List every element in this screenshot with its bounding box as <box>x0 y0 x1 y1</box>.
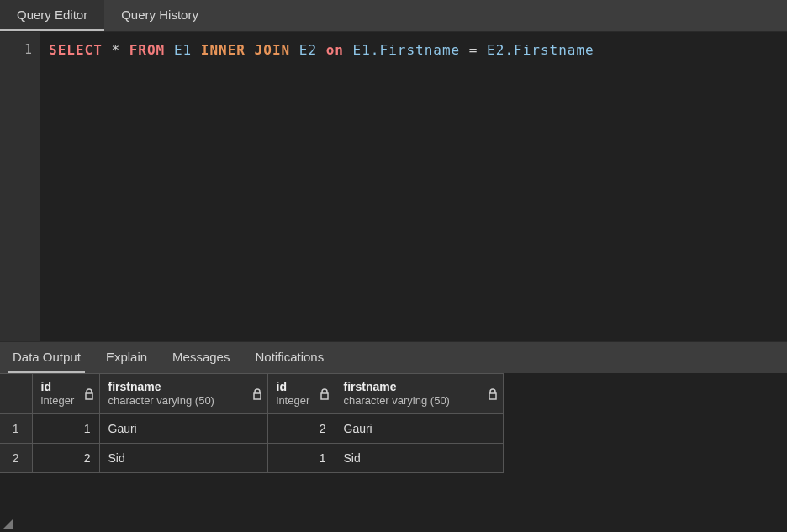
sql-editor[interactable]: 1 SELECT * FROM E1 INNER JOIN E2 on E1.F… <box>0 32 787 341</box>
table-row[interactable]: 1 1 Gauri 2 Gauri <box>0 414 503 444</box>
code-content[interactable]: SELECT * FROM E1 INNER JOIN E2 on E1.Fir… <box>40 32 787 341</box>
tab-data-output[interactable]: Data Output <box>8 343 85 373</box>
column-name: firstname <box>344 379 494 394</box>
tab-query-editor[interactable]: Query Editor <box>0 0 104 31</box>
output-tabs: Data Output Explain Messages Notificatio… <box>0 341 787 373</box>
tab-query-history[interactable]: Query History <box>104 0 215 31</box>
editor-tabs: Query Editor Query History <box>0 0 787 32</box>
tab-explain[interactable]: Explain <box>102 343 151 373</box>
column-header-id-2[interactable]: id integer <box>267 374 335 414</box>
corner-cell[interactable] <box>0 374 32 414</box>
tab-notifications[interactable]: Notifications <box>251 343 328 373</box>
operator-equals: = <box>469 42 478 58</box>
identifier-e2: E2 <box>299 42 317 58</box>
cell[interactable]: Gauri <box>99 414 267 444</box>
column-type: character varying (50) <box>108 394 259 408</box>
row-number[interactable]: 1 <box>0 414 32 444</box>
column-name: firstname <box>108 379 259 394</box>
cell[interactable]: 1 <box>267 444 335 473</box>
keyword-inner: INNER <box>201 42 246 58</box>
results-pane: id integer firstname character varying (… <box>0 373 787 532</box>
table-row[interactable]: 2 2 Sid 1 Sid <box>0 444 503 473</box>
line-gutter: 1 <box>0 32 40 341</box>
row-number[interactable]: 2 <box>0 444 32 473</box>
cell[interactable]: 2 <box>32 444 99 473</box>
cell[interactable]: Gauri <box>335 414 503 444</box>
identifier-e1: E1 <box>174 42 192 58</box>
lock-icon <box>84 388 94 400</box>
column-header-firstname-2[interactable]: firstname character varying (50) <box>335 374 503 414</box>
keyword-from: FROM <box>129 42 166 58</box>
lock-icon <box>320 388 330 400</box>
cell[interactable]: Sid <box>335 444 503 473</box>
identifier-e1firstname: E1.Firstname <box>353 42 461 58</box>
lock-icon <box>252 388 262 400</box>
column-header-firstname-1[interactable]: firstname character varying (50) <box>99 374 267 414</box>
cell[interactable]: 2 <box>267 414 335 444</box>
identifier-e2firstname: E2.Firstname <box>487 42 594 58</box>
triangle-icon <box>3 519 13 529</box>
lock-icon <box>488 388 498 400</box>
column-type: character varying (50) <box>344 394 494 408</box>
keyword-select: SELECT <box>49 42 103 58</box>
results-table[interactable]: id integer firstname character varying (… <box>0 373 504 473</box>
keyword-join: JOIN <box>255 42 291 58</box>
cell[interactable]: Sid <box>99 444 267 473</box>
cell[interactable]: 1 <box>32 414 99 444</box>
token-star: * <box>111 42 120 58</box>
keyword-on: on <box>326 42 344 58</box>
line-number: 1 <box>0 42 32 57</box>
tab-messages[interactable]: Messages <box>168 343 234 373</box>
column-header-id-1[interactable]: id integer <box>32 374 99 414</box>
